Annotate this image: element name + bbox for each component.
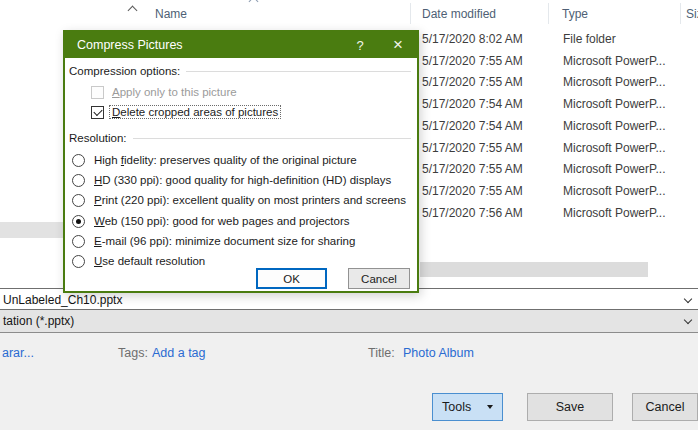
title-label: Title: xyxy=(368,346,395,360)
checkbox-delete-cropped-areas[interactable]: Delete cropped areas of pictures xyxy=(91,104,280,120)
chevron-down-icon xyxy=(684,295,692,303)
option-label: Apply only to this picture xyxy=(110,86,239,98)
radio-unselected-icon xyxy=(72,174,85,187)
group-rule xyxy=(186,71,411,72)
radio-selected-icon xyxy=(72,215,85,228)
save-as-dialog-window: Name Date modified Type Size 5/17/2020 8… xyxy=(0,0,698,430)
help-icon[interactable]: ? xyxy=(341,32,379,58)
file-date-modified: 5/17/2020 7:56 AM xyxy=(422,206,523,220)
radio-web-150ppi[interactable]: Web (150 ppi): good for web pages and pr… xyxy=(72,213,352,229)
file-type: Microsoft PowerP... xyxy=(563,162,665,176)
radio-email-96ppi[interactable]: E-mail (96 ppi): minimize document size … xyxy=(72,233,357,249)
file-date-modified: 5/17/2020 7:55 AM xyxy=(422,75,523,89)
radio-unselected-icon xyxy=(72,154,85,167)
dialog-cancel-button-label: Cancel xyxy=(361,273,397,285)
option-label: HD (330 ppi): good quality for high-defi… xyxy=(92,174,393,186)
file-type: Microsoft PowerP... xyxy=(563,119,665,133)
compress-pictures-dialog: Compress Pictures ? × Compression option… xyxy=(63,30,419,293)
dropdown-arrow-icon xyxy=(487,405,493,409)
radio-unselected-icon xyxy=(72,194,85,207)
file-type: Microsoft PowerP... xyxy=(563,141,665,155)
checkmark-icon xyxy=(93,106,102,115)
checkbox-apply-only-to-this-picture[interactable]: Apply only to this picture xyxy=(91,84,239,100)
file-type: Microsoft PowerP... xyxy=(563,206,665,220)
option-label: Print (220 ppi): excellent quality on mo… xyxy=(92,194,408,206)
compression-options-group-label: Compression options: xyxy=(69,65,411,77)
save-button[interactable]: Save xyxy=(527,393,613,421)
file-date-modified: 5/17/2020 7:54 AM xyxy=(422,119,523,133)
radio-hd-330ppi[interactable]: HD (330 ppi): good quality for high-defi… xyxy=(72,172,393,188)
file-type: Microsoft PowerP... xyxy=(563,97,665,111)
radio-use-default-resolution[interactable]: Use default resolution xyxy=(72,253,207,269)
radio-unselected-icon xyxy=(72,255,85,268)
file-type: Microsoft PowerP... xyxy=(563,184,665,198)
tree-selected-item[interactable] xyxy=(0,222,64,238)
author-link[interactable]: arar... xyxy=(2,346,34,360)
ok-button-label: OK xyxy=(283,273,300,285)
option-label: Use default resolution xyxy=(92,255,207,267)
resolution-group-label: Resolution: xyxy=(69,132,411,144)
option-label: Delete cropped areas of pictures xyxy=(110,106,280,118)
tags-label: Tags: xyxy=(118,346,148,360)
file-type: File folder xyxy=(563,32,616,46)
title-value-link[interactable]: Photo Album xyxy=(403,346,474,360)
file-date-modified: 5/17/2020 7:55 AM xyxy=(422,184,523,198)
save-as-type-combobox[interactable]: tation (*.pptx) xyxy=(0,310,698,333)
dialog-titlebar[interactable]: Compress Pictures ? × xyxy=(65,32,417,58)
file-date-modified: 5/17/2020 8:02 AM xyxy=(422,32,523,46)
save-button-label: Save xyxy=(556,400,585,414)
group-rule xyxy=(133,138,411,139)
tools-button[interactable]: Tools xyxy=(432,393,503,421)
file-date-modified: 5/17/2020 7:55 AM xyxy=(422,54,523,68)
option-label: High fidelity: preserves quality of the … xyxy=(92,154,359,166)
dialog-title: Compress Pictures xyxy=(77,38,341,52)
option-label: E-mail (96 ppi): minimize document size … xyxy=(92,235,357,247)
add-a-tag-link[interactable]: Add a tag xyxy=(152,346,206,360)
dialog-cancel-button[interactable]: Cancel xyxy=(348,268,410,289)
file-date-modified: 5/17/2020 7:55 AM xyxy=(422,162,523,176)
file-type: Microsoft PowerP... xyxy=(563,54,665,68)
file-date-modified: 5/17/2020 7:54 AM xyxy=(422,97,523,111)
horizontal-scrollbar[interactable] xyxy=(420,262,648,277)
radio-high-fidelity[interactable]: High fidelity: preserves quality of the … xyxy=(72,152,359,168)
checkbox-checked-icon xyxy=(91,106,104,119)
radio-unselected-icon xyxy=(72,235,85,248)
file-name-value: UnLabeled_Ch10.pptx xyxy=(3,293,122,307)
dialog-footer: arar... Tags: Add a tag Title: Photo Alb… xyxy=(0,333,698,430)
file-type: Microsoft PowerP... xyxy=(563,75,665,89)
checkbox-unchecked-icon xyxy=(91,86,104,99)
ok-button[interactable]: OK xyxy=(256,268,327,289)
cancel-button-label: Cancel xyxy=(646,400,685,414)
radio-print-220ppi[interactable]: Print (220 ppi): excellent quality on mo… xyxy=(72,192,408,208)
file-date-modified: 5/17/2020 7:55 AM xyxy=(422,141,523,155)
close-icon[interactable]: × xyxy=(379,32,417,58)
option-label: Web (150 ppi): good for web pages and pr… xyxy=(92,215,352,227)
tools-button-label: Tools xyxy=(442,400,471,414)
save-as-type-value: tation (*.pptx) xyxy=(3,314,74,328)
cancel-button[interactable]: Cancel xyxy=(632,393,698,421)
chevron-down-icon xyxy=(684,316,692,324)
